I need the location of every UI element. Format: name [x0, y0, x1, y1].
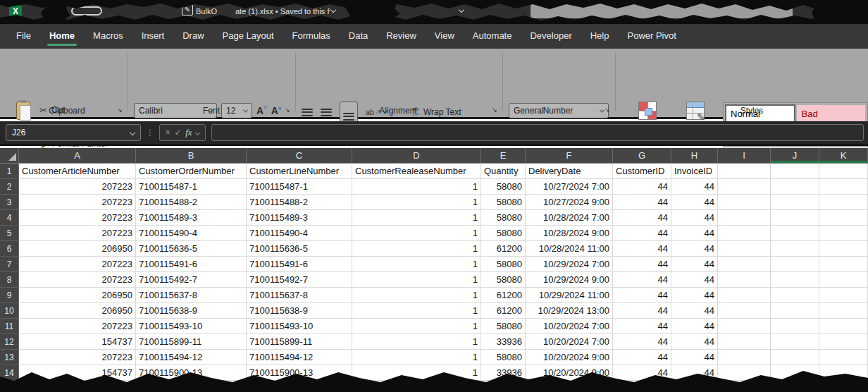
cell-D11[interactable]: 1 — [352, 319, 481, 334]
cell-G7[interactable]: 44 — [613, 257, 671, 272]
cell-E3[interactable]: 58080 — [481, 195, 526, 210]
cell-E2[interactable]: 58080 — [481, 179, 526, 195]
cell-J11[interactable] — [771, 319, 819, 334]
row-header-3[interactable]: 3 — [0, 195, 19, 210]
cell-A14[interactable]: 154737 — [19, 365, 136, 381]
row-header-5[interactable]: 5 — [0, 226, 19, 241]
ribbon-tab-macros[interactable]: Macros — [84, 23, 132, 49]
number-dialog-launcher-icon[interactable]: ↘ — [603, 106, 612, 114]
ribbon-tab-home[interactable]: Home — [40, 23, 84, 49]
cell-K12[interactable] — [819, 334, 868, 350]
cell-B11[interactable]: 7100115493-10 — [136, 319, 247, 334]
cancel-icon[interactable]: × — [166, 128, 170, 137]
cell-A5[interactable]: 207223 — [19, 226, 136, 241]
cell-I6[interactable] — [718, 241, 771, 257]
cell-H1[interactable]: InvoiceID — [671, 164, 718, 179]
cell-J3[interactable] — [771, 195, 819, 210]
cell-I13[interactable] — [718, 350, 771, 365]
column-header-D[interactable]: D — [352, 148, 481, 164]
cell-E9[interactable]: 61200 — [481, 288, 526, 303]
cell-A9[interactable]: 206950 — [19, 288, 136, 303]
cell-E10[interactable]: 61200 — [481, 303, 526, 319]
cell-C5[interactable]: 7100115490-4 — [247, 226, 352, 241]
cell-G10[interactable]: 44 — [613, 303, 671, 319]
cell-J7[interactable] — [771, 257, 819, 272]
cell-J10[interactable] — [771, 303, 819, 319]
cell-G6[interactable]: 44 — [613, 241, 671, 257]
cell-I3[interactable] — [718, 195, 771, 210]
cell-C6[interactable]: 7100115636-5 — [247, 241, 352, 257]
cell-J8[interactable] — [771, 272, 819, 288]
cell-K5[interactable] — [819, 226, 868, 241]
row-header-14[interactable]: 14 — [0, 365, 19, 381]
row-header-12[interactable]: 12 — [0, 334, 19, 350]
cell-K6[interactable] — [819, 241, 868, 257]
cell-D5[interactable]: 1 — [352, 226, 481, 241]
cell-F5[interactable]: 10/28/2024 9:00 — [526, 226, 613, 241]
cell-B13[interactable]: 7100115494-12 — [136, 350, 247, 365]
cell-E7[interactable]: 58080 — [481, 257, 526, 272]
cell-C8[interactable]: 7100115492-7 — [247, 272, 352, 288]
cell-A10[interactable]: 206950 — [19, 303, 136, 319]
ribbon-tab-file[interactable]: File — [7, 23, 40, 49]
cell-I8[interactable] — [718, 272, 771, 288]
name-box-chevron-icon[interactable] — [130, 130, 135, 135]
cell-F10[interactable]: 10/29/2024 13:00 — [526, 303, 613, 319]
cell-E13[interactable]: 58080 — [481, 350, 526, 365]
column-header-A[interactable]: A — [19, 148, 136, 164]
cell-A4[interactable]: 207223 — [19, 210, 136, 226]
cell-D9[interactable]: 1 — [352, 288, 481, 303]
cell-D4[interactable]: 1 — [352, 210, 481, 226]
cell-I2[interactable] — [718, 179, 771, 195]
cell-D14[interactable]: 1 — [352, 365, 481, 381]
cell-I11[interactable] — [718, 319, 771, 334]
formula-input[interactable] — [211, 124, 864, 141]
row-header-7[interactable]: 7 — [0, 257, 19, 272]
cell-F9[interactable]: 10/29/2024 11:00 — [526, 288, 613, 303]
top-align-button[interactable] — [302, 109, 313, 116]
column-header-F[interactable]: F — [526, 148, 613, 164]
ribbon-tab-insert[interactable]: Insert — [132, 23, 174, 49]
cell-H14[interactable]: 44 — [671, 365, 718, 381]
cell-B8[interactable]: 7100115492-7 — [136, 272, 247, 288]
cell-H12[interactable]: 44 — [671, 334, 718, 350]
cell-D2[interactable]: 1 — [352, 179, 481, 195]
ribbon-tab-data[interactable]: Data — [340, 23, 377, 49]
ribbon-tab-draw[interactable]: Draw — [173, 23, 213, 49]
cell-I7[interactable] — [718, 257, 771, 272]
cell-A6[interactable]: 206950 — [19, 241, 136, 257]
cell-G3[interactable]: 44 — [613, 195, 671, 210]
cell-G8[interactable]: 44 — [613, 272, 671, 288]
ribbon-tab-page-layout[interactable]: Page Layout — [213, 23, 283, 49]
cell-E1[interactable]: Quantity — [481, 164, 526, 179]
cell-H7[interactable]: 44 — [671, 257, 718, 272]
cell-K10[interactable] — [819, 303, 868, 319]
cell-G1[interactable]: CustomerID — [613, 164, 671, 179]
cell-K3[interactable] — [819, 195, 868, 210]
cell-B12[interactable]: 7100115899-11 — [136, 334, 247, 350]
cell-F7[interactable]: 10/29/2024 7:00 — [526, 257, 613, 272]
cell-C9[interactable]: 7100115637-8 — [247, 288, 352, 303]
cell-B7[interactable]: 7100115491-6 — [136, 257, 247, 272]
cell-F4[interactable]: 10/28/2024 7:00 — [526, 210, 613, 226]
row-header-11[interactable]: 11 — [0, 319, 19, 334]
cell-C3[interactable]: 7100115488-2 — [247, 195, 352, 210]
cell-E5[interactable]: 58080 — [481, 226, 526, 241]
row-header-6[interactable]: 6 — [0, 241, 19, 257]
row-header-13[interactable]: 13 — [0, 350, 19, 365]
cell-G9[interactable]: 44 — [613, 288, 671, 303]
cell-E14[interactable]: 33936 — [481, 365, 526, 381]
row-header-4[interactable]: 4 — [0, 210, 19, 226]
cell-F3[interactable]: 10/27/2024 9:00 — [526, 195, 613, 210]
cell-F8[interactable]: 10/29/2024 9:00 — [526, 272, 613, 288]
fx-chevron-icon[interactable] — [195, 130, 200, 135]
cell-D1[interactable]: CustomerRealeaseNumber — [352, 164, 481, 179]
cell-F2[interactable]: 10/27/2024 7:00 — [526, 179, 613, 195]
cell-H11[interactable]: 44 — [671, 319, 718, 334]
autosave-toggle-fragment[interactable] — [71, 6, 102, 16]
cell-B10[interactable]: 7100115638-9 — [136, 303, 247, 319]
column-header-G[interactable]: G — [613, 148, 671, 164]
row-header-8[interactable]: 8 — [0, 272, 19, 288]
column-header-J[interactable]: J — [771, 148, 819, 164]
increase-font-size-button[interactable]: A^ — [256, 105, 267, 116]
